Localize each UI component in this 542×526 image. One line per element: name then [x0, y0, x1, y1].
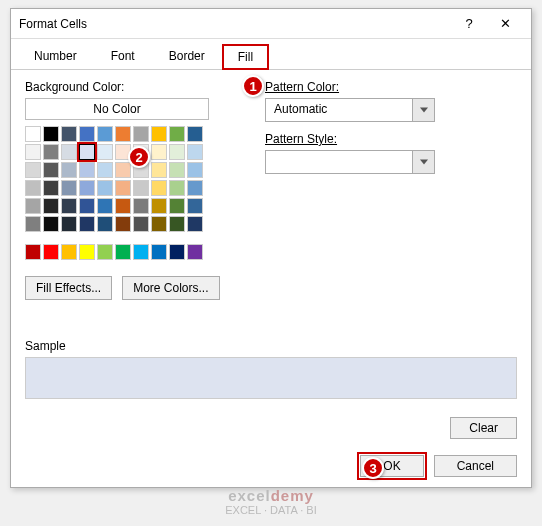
color-swatch[interactable]: [79, 180, 95, 196]
color-swatch[interactable]: [187, 180, 203, 196]
pattern-color-label: Pattern Color:: [265, 80, 517, 94]
color-swatch[interactable]: [187, 198, 203, 214]
titlebar: Format Cells ? ✕: [11, 9, 531, 39]
color-swatch[interactable]: [115, 180, 131, 196]
background-color-section: Background Color: No Color Fill Effects.…: [25, 80, 245, 300]
tab-number[interactable]: Number: [17, 43, 94, 69]
annotation-marker-1: 1: [242, 75, 264, 97]
color-swatch[interactable]: [43, 126, 59, 142]
pattern-style-dropdown[interactable]: [265, 150, 435, 174]
pattern-style-label: Pattern Style:: [265, 132, 517, 146]
color-swatch[interactable]: [151, 198, 167, 214]
color-swatch[interactable]: [25, 198, 41, 214]
color-swatch[interactable]: [151, 162, 167, 178]
color-swatch[interactable]: [79, 162, 95, 178]
pattern-section: Pattern Color: Automatic Pattern Style:: [265, 80, 517, 300]
color-swatch[interactable]: [187, 216, 203, 232]
watermark: exceldemy EXCEL · DATA · BI: [225, 487, 317, 516]
color-swatch[interactable]: [25, 144, 41, 160]
color-swatch[interactable]: [43, 180, 59, 196]
tab-font[interactable]: Font: [94, 43, 152, 69]
tab-bar: Number Font Border Fill: [11, 39, 531, 70]
color-swatch[interactable]: [43, 216, 59, 232]
color-swatch[interactable]: [25, 180, 41, 196]
color-swatch[interactable]: [151, 126, 167, 142]
sample-label: Sample: [25, 339, 517, 353]
color-swatch[interactable]: [151, 216, 167, 232]
color-swatch[interactable]: [43, 162, 59, 178]
color-swatch[interactable]: [79, 198, 95, 214]
color-swatch[interactable]: [79, 244, 95, 260]
color-swatch[interactable]: [97, 126, 113, 142]
color-swatch[interactable]: [133, 198, 149, 214]
color-swatch[interactable]: [43, 198, 59, 214]
color-swatch[interactable]: [43, 244, 59, 260]
color-swatch[interactable]: [43, 144, 59, 160]
color-swatch[interactable]: [169, 162, 185, 178]
color-swatch[interactable]: [97, 162, 113, 178]
close-button[interactable]: ✕: [487, 10, 523, 38]
sample-section: Sample: [25, 339, 517, 399]
pattern-color-dropdown[interactable]: Automatic: [265, 98, 435, 122]
color-swatch[interactable]: [25, 126, 41, 142]
color-swatch[interactable]: [169, 216, 185, 232]
color-swatch[interactable]: [169, 144, 185, 160]
more-colors-button[interactable]: More Colors...: [122, 276, 219, 300]
tab-fill[interactable]: Fill: [222, 44, 269, 70]
annotation-marker-2: 2: [128, 146, 150, 168]
chevron-down-icon: [412, 99, 434, 121]
annotation-marker-3: 3: [362, 457, 384, 479]
chevron-down-icon: [412, 151, 434, 173]
color-swatch[interactable]: [151, 180, 167, 196]
color-swatch[interactable]: [61, 144, 77, 160]
color-swatch[interactable]: [169, 126, 185, 142]
color-swatch[interactable]: [151, 244, 167, 260]
color-swatch[interactable]: [79, 126, 95, 142]
color-swatch[interactable]: [25, 216, 41, 232]
color-swatch[interactable]: [187, 144, 203, 160]
color-swatch[interactable]: [115, 162, 131, 178]
color-swatch[interactable]: [97, 216, 113, 232]
standard-palette: [25, 244, 245, 260]
color-swatch[interactable]: [61, 126, 77, 142]
color-swatch[interactable]: [79, 144, 95, 160]
clear-button[interactable]: Clear: [450, 417, 517, 439]
color-swatch[interactable]: [133, 180, 149, 196]
color-swatch[interactable]: [115, 216, 131, 232]
color-swatch[interactable]: [61, 180, 77, 196]
tab-content: Background Color: No Color Fill Effects.…: [11, 70, 531, 310]
color-swatch[interactable]: [97, 180, 113, 196]
color-swatch[interactable]: [115, 198, 131, 214]
color-swatch[interactable]: [133, 244, 149, 260]
color-swatch[interactable]: [97, 144, 113, 160]
color-swatch[interactable]: [187, 162, 203, 178]
color-swatch[interactable]: [151, 144, 167, 160]
color-swatch[interactable]: [169, 244, 185, 260]
color-swatch[interactable]: [169, 198, 185, 214]
color-swatch[interactable]: [25, 244, 41, 260]
cancel-button[interactable]: Cancel: [434, 455, 517, 477]
color-swatch[interactable]: [97, 198, 113, 214]
help-button[interactable]: ?: [451, 10, 487, 38]
color-swatch[interactable]: [169, 180, 185, 196]
color-swatch[interactable]: [61, 198, 77, 214]
format-cells-dialog: Format Cells ? ✕ Number Font Border Fill…: [10, 8, 532, 488]
color-swatch[interactable]: [25, 162, 41, 178]
background-color-label: Background Color:: [25, 80, 245, 94]
color-swatch[interactable]: [115, 126, 131, 142]
color-swatch[interactable]: [115, 244, 131, 260]
color-swatch[interactable]: [79, 216, 95, 232]
color-swatch[interactable]: [187, 126, 203, 142]
tab-border[interactable]: Border: [152, 43, 222, 69]
color-swatch[interactable]: [133, 216, 149, 232]
sample-box: [25, 357, 517, 399]
color-swatch[interactable]: [61, 244, 77, 260]
fill-effects-button[interactable]: Fill Effects...: [25, 276, 112, 300]
dialog-title: Format Cells: [19, 17, 87, 31]
color-swatch[interactable]: [133, 126, 149, 142]
color-swatch[interactable]: [61, 216, 77, 232]
color-swatch[interactable]: [97, 244, 113, 260]
no-color-button[interactable]: No Color: [25, 98, 209, 120]
color-swatch[interactable]: [61, 162, 77, 178]
color-swatch[interactable]: [187, 244, 203, 260]
